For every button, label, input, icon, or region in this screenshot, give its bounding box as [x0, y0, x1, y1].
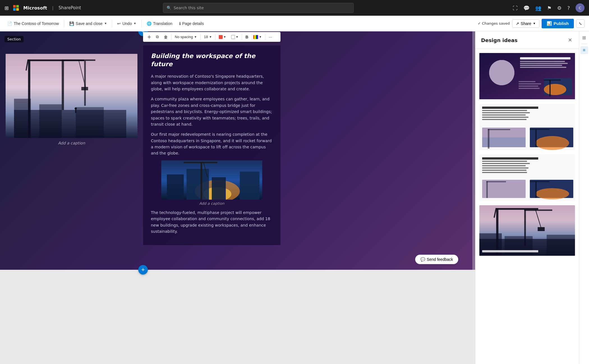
svg-rect-39	[519, 83, 541, 84]
microsoft-logo[interactable]	[13, 5, 19, 11]
add-section-bottom-button[interactable]: +	[138, 265, 148, 275]
page-details-button[interactable]: ℹ Page details	[176, 20, 207, 27]
svg-rect-36	[549, 80, 551, 96]
design-card-2[interactable]	[479, 103, 576, 151]
design-card-4[interactable]	[479, 205, 576, 256]
svg-rect-19	[187, 169, 209, 200]
svg-rect-63	[482, 170, 526, 171]
svg-rect-14	[75, 110, 76, 113]
panel-content[interactable]	[475, 49, 579, 364]
delete-icon[interactable]: 🗑	[162, 34, 169, 40]
svg-rect-28	[489, 60, 514, 85]
svg-rect-21	[240, 172, 259, 200]
divider-2	[112, 20, 112, 27]
highlight-indicator	[231, 35, 235, 39]
publish-button[interactable]: 📊 Publish	[542, 19, 574, 28]
undo-button[interactable]: ↩ Undo ▼	[114, 20, 139, 27]
details-icon: ℹ	[179, 21, 181, 26]
crane-svg	[6, 54, 137, 138]
svg-rect-8	[81, 87, 88, 90]
user-avatar[interactable]: C	[576, 3, 585, 12]
help-icon[interactable]: ⛶	[513, 5, 518, 11]
send-feedback-button[interactable]: 💬 Send feedback	[415, 255, 458, 264]
svg-rect-45	[482, 112, 530, 113]
color-indicator	[219, 35, 223, 39]
question-icon[interactable]: ?	[567, 5, 570, 11]
save-close-button[interactable]: 💾 Save and close ▼	[66, 20, 110, 27]
highlight-chevron-icon: ▼	[236, 35, 238, 38]
right-tab-design[interactable]: ≡	[580, 46, 588, 54]
feedback-icon: 💬	[420, 257, 425, 262]
right-tab-expand[interactable]: ⊞	[580, 34, 588, 42]
svg-rect-60	[482, 163, 530, 164]
save-dropdown-icon[interactable]: ▼	[104, 22, 107, 25]
size-chevron-icon: ▼	[209, 35, 212, 38]
article-title: Building the workspace of the future	[151, 52, 273, 68]
side-tab-divider	[581, 44, 587, 44]
move-icon[interactable]: ✛	[146, 34, 153, 40]
svg-rect-30	[520, 61, 565, 62]
style-dropdown[interactable]: No spacing ▼	[173, 34, 199, 40]
svg-rect-23	[184, 162, 217, 163]
flag-icon[interactable]: ⚑	[547, 5, 551, 11]
svg-rect-59	[482, 161, 527, 162]
bold-button[interactable]: B	[244, 34, 250, 40]
settings-icon[interactable]: ⚙	[557, 5, 562, 11]
svg-rect-66	[486, 181, 488, 198]
share-button[interactable]: ↗ Share ▼	[512, 19, 539, 28]
design-card-3[interactable]	[479, 154, 576, 201]
left-construction-image[interactable]	[6, 54, 137, 138]
divider-1	[64, 20, 64, 27]
undo-dropdown-icon[interactable]: ▼	[134, 22, 136, 25]
design-card-1[interactable]	[479, 52, 576, 100]
search-placeholder[interactable]: Search this site	[174, 6, 204, 10]
inline-image-caption[interactable]: Add a caption	[151, 201, 273, 206]
chat-icon[interactable]: 💬	[523, 5, 530, 11]
copy-icon[interactable]: ⧉	[154, 34, 160, 40]
emoji-color-button[interactable]: ▼	[252, 34, 263, 40]
search-icon: 🔍	[167, 6, 171, 10]
svg-rect-46	[482, 114, 526, 116]
main-area: Section +	[0, 31, 589, 364]
font-size-dropdown[interactable]: 18 ▼	[202, 34, 213, 40]
svg-rect-51	[488, 129, 489, 149]
left-image-caption[interactable]: Add a caption	[58, 141, 85, 145]
color-chevron-icon: ▼	[223, 35, 226, 38]
svg-rect-37	[544, 80, 561, 80]
svg-rect-20	[212, 177, 226, 200]
page-title-btn[interactable]: 📄 The Contoso of Tomorrow	[4, 20, 62, 27]
editor-toolbar: 📄 The Contoso of Tomorrow 💾 Save and clo…	[0, 16, 589, 31]
more-options-button[interactable]: ···	[267, 34, 274, 40]
text-editor[interactable]: ✛ ⧉ 🗑 No spacing ▼ 18 ▼	[143, 45, 280, 245]
article-para-2: A community plaza where employees can ga…	[151, 96, 273, 127]
svg-rect-83	[547, 235, 575, 256]
svg-rect-70	[535, 181, 537, 198]
svg-rect-10	[14, 99, 31, 138]
translation-icon: 🌐	[147, 21, 151, 26]
people-icon[interactable]: 👥	[535, 5, 541, 11]
svg-rect-18	[167, 174, 184, 200]
grid-icon[interactable]: ⊞	[4, 5, 9, 11]
page-title-label: The Contoso of Tomorrow	[14, 21, 59, 26]
svg-point-35	[544, 84, 566, 95]
page-canvas[interactable]: Section +	[0, 31, 475, 364]
article-para-1: A major renovation of Contoso's Singapor…	[151, 73, 273, 92]
toolbar-right: ✓ Changes saved ↗ Share ▼ 📊 Publish ⤡	[478, 19, 585, 28]
search-bar[interactable]: 🔍 Search this site	[163, 3, 354, 13]
svg-rect-67	[486, 181, 506, 182]
text-color-button[interactable]: ▼	[217, 34, 228, 40]
article-para-3: Our first major redevelopment is nearing…	[151, 131, 273, 156]
translation-button[interactable]: 🌐 Translation	[144, 20, 175, 27]
collapse-button[interactable]: ⤡	[576, 19, 585, 28]
article-content[interactable]: Building the workspace of the future A m…	[143, 45, 280, 245]
page-icon: 📄	[7, 21, 12, 26]
panel-close-button[interactable]: ✕	[567, 36, 573, 44]
scrollbar-track[interactable]	[472, 31, 475, 270]
design-card-3-image	[479, 155, 575, 201]
save-icon: 💾	[69, 21, 74, 26]
highlight-button[interactable]: ▼	[229, 34, 240, 40]
svg-rect-55	[535, 129, 537, 147]
svg-rect-11	[39, 104, 62, 138]
inline-construction-image[interactable]	[161, 160, 262, 200]
svg-rect-41	[519, 88, 540, 89]
